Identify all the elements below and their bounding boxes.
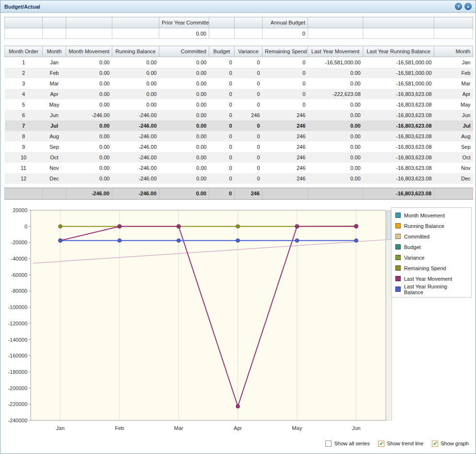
cell: Jul	[434, 120, 473, 131]
cell: 0.00	[66, 68, 112, 78]
column-header-month-order[interactable]: Month Order	[5, 46, 43, 57]
checkbox-show-all-series[interactable]: Show all series	[325, 441, 369, 447]
checkbox-unchecked-icon[interactable]	[325, 441, 332, 447]
cell: 0	[235, 163, 262, 173]
table-row[interactable]: 2Feb0.000.000.000000.00-16,581,000.00Feb	[5, 68, 473, 78]
summary-header-row: Prior Year CommittedAnnual Budget	[5, 17, 473, 28]
help-icon[interactable]: ?	[455, 3, 462, 10]
cell: 0.00	[308, 142, 363, 152]
summary-value-cell	[5, 28, 43, 39]
svg-text:-20000: -20000	[11, 239, 27, 245]
cell: 4	[5, 89, 43, 99]
cell: -16,581,000.00	[363, 57, 434, 68]
collapse-panel-icon[interactable]: ▲	[464, 3, 472, 10]
chart-section: 200000-20000-40000-60000-80000-100000-12…	[4, 204, 472, 438]
cell: 0.00	[159, 89, 209, 99]
cell: -246.00	[112, 152, 159, 163]
column-header-remaining-spend[interactable]: Remaining Spend	[262, 46, 308, 57]
column-header-month-movement[interactable]: Month Movement	[66, 46, 112, 57]
summary-value-cell	[209, 28, 235, 39]
cell: 0	[262, 57, 308, 68]
cell: Sep	[43, 142, 66, 152]
cell: 0.00	[66, 152, 112, 163]
cell: 0	[235, 131, 262, 142]
cell: 0	[235, 99, 262, 110]
cell: 246	[262, 142, 308, 152]
summary-value-cell: 0	[262, 28, 308, 39]
table-row[interactable]: 9Sep0.00-246.000.00002460.00-16,803,623.…	[5, 142, 473, 152]
cell: May	[434, 99, 473, 110]
cell: Jun	[434, 110, 473, 120]
table-row[interactable]: 4Apr0.000.000.00000-222,623.08-16,803,62…	[5, 89, 473, 99]
cell: -222,623.08	[308, 89, 363, 99]
cell: Mar	[434, 78, 473, 89]
cell: 0.00	[308, 68, 363, 78]
summary-value-row: 0.000	[5, 28, 473, 39]
table-row[interactable]: 5May0.000.000.000000.00-16,803,623.08May	[5, 99, 473, 110]
checkbox-show-graph[interactable]: ✓Show graph	[432, 441, 469, 447]
column-header-last-year-running-balance[interactable]: Last Year Running Balance	[363, 46, 434, 57]
svg-text:-180000: -180000	[8, 369, 27, 374]
main-table-header-row: Month OrderMonthMonth MovementRunning Ba…	[5, 46, 473, 57]
totals-cell: 0	[209, 188, 235, 199]
checkbox-checked-icon[interactable]: ✓	[378, 441, 384, 447]
svg-text:Jun: Jun	[352, 425, 360, 431]
cell: Oct	[434, 152, 473, 163]
cell: 246	[262, 173, 308, 184]
table-row[interactable]: 11Nov0.00-246.000.00002460.00-16,803,623…	[5, 163, 473, 173]
table-row[interactable]: 6Jun-246.00-246.000.0002462460.00-16,803…	[5, 110, 473, 120]
cell: -16,803,623.08	[363, 163, 434, 173]
monthly-budget-table: Month OrderMonthMonth MovementRunning Ba…	[4, 46, 473, 184]
checkbox-show-trend-line[interactable]: ✓Show trend line	[378, 441, 423, 447]
cell: 0.00	[66, 131, 112, 142]
cell: Aug	[43, 131, 66, 142]
legend-item-running-balance: Running Balance	[395, 221, 467, 231]
cell: 0	[235, 57, 262, 68]
cell: 0.00	[66, 99, 112, 110]
cell: 10	[5, 152, 43, 163]
legend-item-budget: Budget	[395, 242, 467, 252]
cell: 0.00	[112, 99, 159, 110]
cell: 0.00	[308, 110, 363, 120]
summary-header-empty	[209, 17, 235, 28]
checkbox-checked-icon[interactable]: ✓	[432, 441, 438, 447]
svg-text:-40000: -40000	[11, 256, 27, 262]
legend-item-committed: Committed	[395, 231, 467, 242]
table-row[interactable]: 3Mar0.000.000.000000.00-16,581,000.00Mar	[5, 78, 473, 89]
cell: 0.00	[159, 120, 209, 131]
cell: 3	[5, 78, 43, 89]
cell: 0.00	[66, 120, 112, 131]
column-header-variance[interactable]: Variance	[235, 46, 262, 57]
cell: 0.00	[112, 68, 159, 78]
cell: 9	[5, 142, 43, 152]
table-row[interactable]: 8Aug0.00-246.000.00002460.00-16,803,623.…	[5, 131, 473, 142]
table-row[interactable]: 1Jan0.000.000.00000-16,581,000.00-16,581…	[5, 57, 473, 68]
legend-item-last-year-running-balance: Last Year Running Balance	[395, 284, 467, 295]
cell: Apr	[43, 89, 66, 99]
cell: 1	[5, 57, 43, 68]
column-header-budget[interactable]: Budget	[209, 46, 235, 57]
cell: 0.00	[66, 57, 112, 68]
cell: 12	[5, 173, 43, 184]
chart-scrollbar-thumb[interactable]	[387, 211, 391, 240]
column-header-month[interactable]: Month	[434, 46, 473, 57]
column-header-running-balance[interactable]: Running Balance	[112, 46, 159, 57]
summary-header-empty	[5, 17, 43, 28]
cell: May	[43, 99, 66, 110]
table-row[interactable]: 10Oct0.00-246.000.00002460.00-16,803,623…	[5, 152, 473, 163]
legend-swatch-icon	[395, 213, 401, 218]
cell: 0	[235, 142, 262, 152]
column-header-month[interactable]: Month	[43, 46, 66, 57]
summary-header-empty	[363, 17, 434, 28]
column-header-last-year-movement[interactable]: Last Year Movement	[308, 46, 363, 57]
summary-table: Prior Year CommittedAnnual Budget 0.000	[4, 17, 473, 39]
column-header-committed[interactable]: Committed	[159, 46, 209, 57]
cell: 0.00	[159, 173, 209, 184]
table-row[interactable]: 12Dec0.00-246.000.00002460.00-16,803,623…	[5, 173, 473, 184]
svg-text:May: May	[292, 425, 302, 431]
cell: 0.00	[66, 89, 112, 99]
summary-value-cell	[66, 28, 112, 39]
svg-text:-60000: -60000	[11, 272, 27, 277]
table-row[interactable]: 7Jul0.00-246.000.00002460.00-16,803,623.…	[5, 120, 473, 131]
cell: 0	[209, 142, 235, 152]
